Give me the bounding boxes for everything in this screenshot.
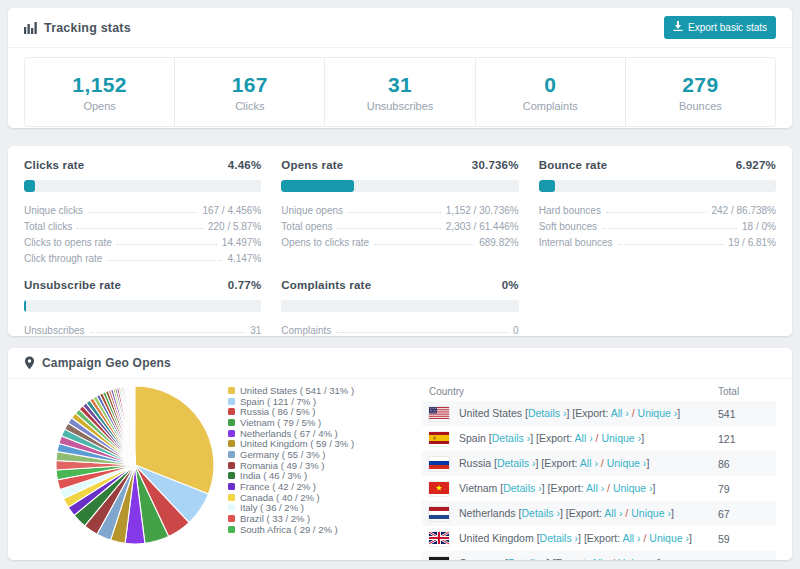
legend-item-label: Netherlands ( 67 / 4% ) (240, 428, 338, 439)
geo-total-cell: 121 (718, 426, 776, 451)
geo-pie-chart[interactable] (42, 381, 224, 553)
rate-panel-complaints-rate: Complaints rate0%Complaints0 (281, 279, 518, 336)
dotted-leader (88, 212, 197, 213)
legend-item-united-kingdom[interactable]: United Kingdom ( 59 / 3% ) (228, 438, 416, 449)
geo-export-all-link[interactable]: All › (575, 432, 593, 444)
bracket-text: ] (657, 557, 660, 561)
rate-stat-value: 4.147% (227, 253, 261, 264)
geo-details-link[interactable]: Details › (497, 457, 536, 469)
rate-stat-value: 18 / 0% (742, 221, 776, 232)
geo-details-link[interactable]: Details › (540, 532, 579, 544)
geo-export-all-link[interactable]: All › (580, 457, 598, 469)
geo-table-row: Spain [Details ›] [Export: All › / Uniqu… (422, 426, 776, 451)
legend-item-romania[interactable]: Romania ( 49 / 3% ) (228, 460, 416, 471)
geo-details-link[interactable]: Details › (521, 507, 560, 519)
legend-item-label: South Africa ( 29 / 2% ) (240, 524, 338, 535)
legend-item-italy[interactable]: Italy ( 36 / 2% ) (228, 503, 416, 514)
rate-progress-bar (281, 300, 518, 312)
geo-total-cell: 59 (718, 526, 776, 551)
legend-swatch-icon (228, 472, 235, 479)
column-header-total: Total (718, 381, 776, 401)
legend-item-vietnam[interactable]: Vietnam ( 79 / 5% ) (228, 417, 416, 428)
legend-item-russia[interactable]: Russia ( 86 / 5% ) (228, 406, 416, 417)
bracket-text: ] (653, 482, 656, 494)
geo-country-name: United States (459, 407, 525, 419)
geo-export-unique-link[interactable]: Unique › (631, 507, 671, 519)
legend-item-netherlands[interactable]: Netherlands ( 67 / 4% ) (228, 428, 416, 439)
geo-export-all-link[interactable]: All › (586, 482, 604, 494)
legend-item-france[interactable]: France ( 42 / 2% ) (228, 481, 416, 492)
bracket-text: ] [Export: (560, 507, 604, 519)
geo-export-all-link[interactable]: All › (591, 557, 609, 561)
rate-stat-row: Unique clicks167 / 4.456% (24, 200, 261, 216)
stats-strip: 1,152Opens167Clicks31Unsubscribes0Compla… (24, 57, 776, 127)
geo-export-unique-link[interactable]: Unique › (638, 407, 678, 419)
geo-export-all-link[interactable]: All › (622, 532, 640, 544)
rate-panel-header: Unsubscribe rate0.77% (24, 279, 261, 294)
geo-details-link[interactable]: Details › (503, 482, 542, 494)
legend-item-india[interactable]: India ( 46 / 3% ) (228, 471, 416, 482)
stat-complaints: 0Complaints (476, 58, 626, 126)
geo-opens-header: Campaign Geo Opens (8, 348, 792, 379)
legend-item-brazil[interactable]: Brazil ( 33 / 2% ) (228, 513, 416, 524)
slash-separator: / (641, 532, 650, 544)
stat-label: Unsubscribes (367, 100, 434, 112)
geo-export-unique-link[interactable]: Unique › (601, 432, 641, 444)
bracket-text: ] (677, 407, 680, 419)
legend-item-canada[interactable]: Canada ( 40 / 2% ) (228, 492, 416, 503)
dotted-leader (606, 212, 707, 213)
dotted-leader (337, 228, 440, 229)
geo-total-cell: 67 (718, 501, 776, 526)
pie-legend: United States ( 541 / 31% )Spain ( 121 /… (228, 381, 416, 560)
geo-export-unique-link[interactable]: Unique › (618, 557, 658, 561)
rate-stat-row: Total clicks220 / 5.87% (24, 216, 261, 232)
geo-export-all-link[interactable]: All › (611, 407, 629, 419)
stat-value: 1,152 (72, 73, 127, 97)
geo-export-unique-link[interactable]: Unique › (613, 482, 653, 494)
geo-table-row: Netherlands [Details ›] [Export: All › /… (422, 501, 776, 526)
geo-details-link[interactable]: Details › (528, 407, 567, 419)
geo-total-cell: 541 (718, 401, 776, 426)
flag-ru-icon (429, 457, 449, 471)
rate-stat-label: Opens to clicks rate (281, 237, 369, 248)
rate-stat-label: Unique clicks (24, 205, 83, 216)
rate-progress-fill (24, 180, 35, 192)
geo-total-cell: 55 (718, 551, 776, 560)
geo-export-unique-link[interactable]: Unique › (607, 457, 647, 469)
bar-chart-icon (24, 22, 37, 34)
slash-separator: / (598, 457, 607, 469)
rate-progress-bar (24, 180, 261, 192)
slash-separator: / (629, 407, 638, 419)
rate-stat-row: Unsubscribes31 (24, 320, 261, 336)
export-basic-stats-button[interactable]: Export basic stats (664, 16, 776, 39)
rate-label: Complaints rate (281, 279, 371, 291)
geo-country-cell: Vietnam [Details ›] [Export: All › / Uni… (422, 476, 718, 501)
geo-total-cell: 86 (718, 451, 776, 476)
geo-details-link[interactable]: Details › (492, 432, 531, 444)
rate-stat-row: Unique opens1,152 / 30.736% (281, 200, 518, 216)
dotted-leader (336, 332, 508, 333)
legend-swatch-icon (228, 430, 235, 437)
geo-export-all-link[interactable]: All › (604, 507, 622, 519)
rate-progress-bar (24, 300, 261, 312)
rate-stat-label: Unique opens (281, 205, 343, 216)
geo-export-unique-link[interactable]: Unique › (649, 532, 689, 544)
dotted-leader (348, 212, 441, 213)
legend-item-united-states[interactable]: United States ( 541 / 31% ) (228, 385, 416, 396)
rate-progress-fill (24, 300, 26, 312)
legend-swatch-icon (228, 387, 235, 394)
rate-label: Clicks rate (24, 159, 84, 171)
legend-item-south-africa[interactable]: South Africa ( 29 / 2% ) (228, 524, 416, 535)
rate-value: 30.736% (472, 159, 519, 171)
bracket-text: ] [Export: (542, 482, 586, 494)
geo-details-link[interactable]: Details › (508, 557, 547, 561)
legend-swatch-icon (228, 451, 235, 458)
legend-item-germany[interactable]: Germany ( 55 / 3% ) (228, 449, 416, 460)
legend-item-spain[interactable]: Spain ( 121 / 7% ) (228, 396, 416, 407)
rate-stat-label: Hard bounces (539, 205, 601, 216)
column-header-country: Country (422, 381, 718, 401)
legend-swatch-icon (228, 440, 235, 447)
rate-stat-value: 14.497% (222, 237, 261, 248)
rate-stat-value: 220 / 5.87% (208, 221, 261, 232)
rate-value: 6.927% (736, 159, 776, 171)
